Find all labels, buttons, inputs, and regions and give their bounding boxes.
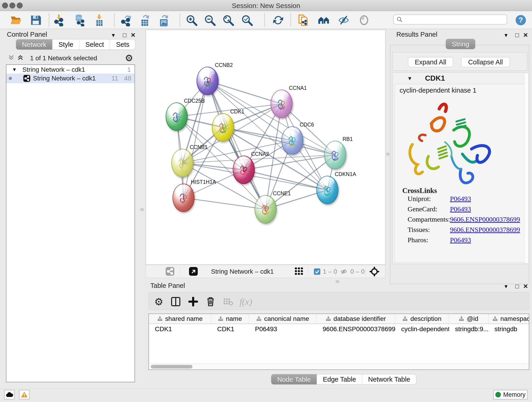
search-field[interactable] — [393, 14, 507, 25]
network-node-ccnb1[interactable] — [171, 149, 193, 177]
search-input[interactable] — [403, 15, 507, 24]
string-home-button[interactable] — [317, 13, 330, 27]
control-panel-maximize-button[interactable]: □ — [123, 32, 127, 38]
crosslink-link[interactable]: 9606.ENSP00000378699 — [450, 216, 520, 223]
table-scrollbar-thumb[interactable] — [151, 365, 192, 369]
import-table-file-button[interactable] — [93, 13, 106, 27]
table-cell[interactable]: stringdb — [488, 325, 529, 334]
network-node-ccne1[interactable] — [254, 195, 277, 223]
table-options-gear-icon[interactable]: ⚙ — [152, 295, 165, 308]
network-options-gear-icon[interactable]: ⚙ — [125, 53, 133, 63]
table-panel-close-button[interactable]: ✕ — [523, 283, 528, 289]
table-cell[interactable]: P06493 — [249, 325, 317, 334]
network-node-hist1h1a[interactable] — [172, 184, 195, 212]
crosslink-link[interactable]: P06493 — [450, 195, 471, 203]
column-header-name[interactable]: name — [211, 314, 249, 324]
network-node-cdc25b[interactable] — [166, 102, 188, 131]
column-header--id[interactable]: @id — [449, 314, 488, 324]
table-cell[interactable]: stringdb:9... — [449, 325, 488, 334]
help-button[interactable]: ? — [514, 13, 527, 27]
table-panel-float-button[interactable]: ▾ — [505, 283, 507, 289]
import-network-icon — [53, 14, 65, 26]
control-panel-float-button[interactable]: ▾ — [112, 32, 115, 38]
import-network-file-button[interactable] — [52, 13, 66, 27]
crosslink-link[interactable]: P06493 — [450, 205, 471, 213]
zoom-fit-button[interactable] — [222, 13, 235, 27]
expand-all-button[interactable]: Expand All — [408, 57, 453, 67]
table-panel-maximize-button[interactable]: □ — [515, 283, 519, 289]
network-node-cdc6[interactable] — [281, 126, 303, 155]
table-cell[interactable]: CDK1 — [211, 325, 249, 334]
network-row-selected[interactable]: String Network – cdk1 11 48 — [6, 74, 134, 83]
birdseye-grid-icon[interactable] — [295, 268, 303, 275]
open-session-button[interactable] — [9, 13, 23, 27]
network-node-ccna2[interactable] — [233, 156, 255, 184]
network-canvas[interactable]: CCNB2CCNA1CDC25BCDK1CDC6RB1CCNB1CCNA2CDK… — [146, 30, 385, 265]
gene-expander-triangle-icon[interactable]: ▼ — [407, 75, 412, 82]
table-row[interactable]: CDK1CDK1P064939606.ENSP00000378699cyclin… — [149, 325, 529, 334]
column-header-description[interactable]: description — [395, 314, 449, 324]
tab-style[interactable]: Style — [52, 39, 79, 50]
network-node-rb1[interactable] — [324, 141, 346, 169]
network-node-ccna1[interactable] — [271, 89, 293, 118]
results-panel-close-button[interactable]: ✕ — [523, 32, 528, 38]
network-node-cdk1[interactable] — [212, 113, 234, 142]
crosslink-link[interactable]: 9606.ENSP00000378699 — [450, 226, 520, 234]
network-node-ccnb2[interactable] — [196, 67, 219, 95]
selected-checkbox-icon[interactable] — [314, 268, 321, 275]
network-edge[interactable] — [208, 81, 266, 209]
show-columns-icon[interactable] — [169, 295, 182, 308]
export-table-icon — [139, 14, 151, 26]
tab-select[interactable]: Select — [79, 39, 110, 50]
table-horizontal-scrollbar[interactable] — [149, 364, 529, 370]
save-session-button[interactable] — [29, 13, 42, 27]
tab-sets[interactable]: Sets — [110, 39, 135, 50]
node-gloss — [169, 104, 184, 113]
crosslink-link[interactable]: P06493 — [450, 236, 471, 244]
refresh-button[interactable] — [272, 13, 285, 27]
expander-triangle-icon[interactable]: ▼ — [12, 67, 17, 73]
network-collection-row[interactable]: ▼ String Network – cdk1 1 — [6, 65, 134, 74]
show-all-button[interactable] — [357, 13, 371, 27]
zoom-selected-button[interactable] — [240, 13, 254, 27]
right-splitter-handle[interactable] — [386, 153, 390, 156]
results-scrollbar[interactable] — [524, 73, 529, 264]
table-cell[interactable]: cyclin-dependent ... — [395, 325, 449, 334]
export-table-button[interactable] — [138, 13, 152, 27]
zoom-in-button[interactable] — [185, 13, 198, 27]
create-column-icon[interactable] — [187, 295, 200, 308]
column-header-namespac[interactable]: namespac — [488, 314, 529, 324]
results-panel-float-button[interactable]: ▾ — [505, 32, 507, 38]
network-node-cdkn1a[interactable] — [317, 176, 338, 204]
export-image-button[interactable] — [157, 13, 171, 27]
tab-network[interactable]: Network — [16, 39, 52, 50]
crosshair-icon[interactable] — [369, 267, 380, 277]
tab-edge-table[interactable]: Edge Table — [317, 374, 362, 384]
control-panel-close-button[interactable]: ✕ — [131, 32, 136, 38]
hide-selected-button[interactable] — [337, 13, 350, 27]
memory-button[interactable]: Memory — [493, 390, 528, 400]
left-splitter-handle[interactable] — [140, 208, 144, 211]
bottom-splitter-handle[interactable] — [336, 280, 339, 283]
import-network-database-button[interactable] — [73, 13, 86, 27]
export-network-button[interactable] — [120, 13, 133, 27]
column-header-database-identifier[interactable]: database identifier — [317, 314, 395, 324]
zoom-out-button[interactable] — [203, 13, 216, 27]
column-header-canonical-name[interactable]: canonical name — [249, 314, 317, 324]
cloud-status-button[interactable] — [4, 390, 15, 400]
network-overview-icon[interactable] — [166, 267, 174, 276]
table-cell[interactable]: 9606.ENSP00000378699 — [317, 325, 395, 334]
collapse-all-button[interactable]: Collapse All — [461, 57, 510, 67]
clone-network-button[interactable] — [297, 13, 310, 27]
delete-column-icon[interactable] — [204, 295, 217, 308]
results-panel-maximize-button[interactable]: □ — [515, 32, 519, 38]
tab-network-table[interactable]: Network Table — [362, 374, 416, 384]
tab-string[interactable]: String — [446, 39, 475, 49]
network-edge[interactable] — [184, 198, 266, 209]
network-edge[interactable] — [208, 81, 282, 104]
column-header-shared-name[interactable]: shared name — [149, 314, 211, 324]
export-view-icon[interactable] — [189, 267, 198, 276]
warning-status-button[interactable] — [19, 390, 30, 400]
table-cell[interactable]: CDK1 — [149, 325, 211, 334]
tab-node-table[interactable]: Node Table — [271, 374, 317, 384]
